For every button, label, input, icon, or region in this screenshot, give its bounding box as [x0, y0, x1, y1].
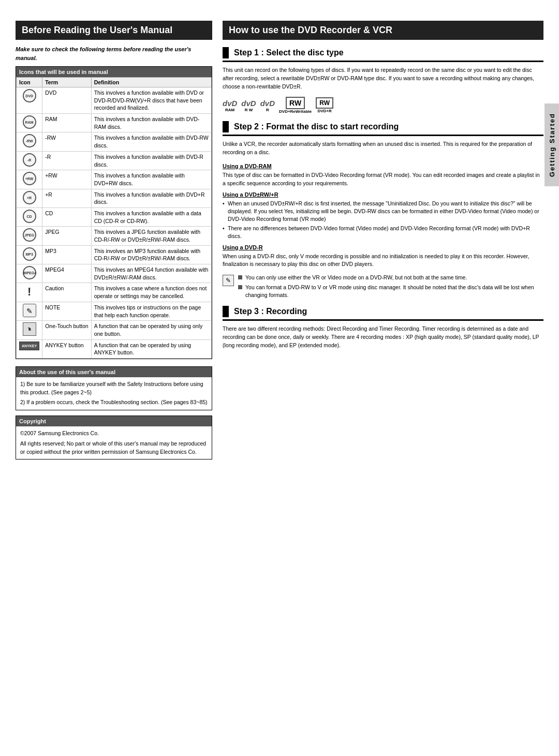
- step3-title: Step 3 : Recording: [223, 306, 543, 321]
- disc-icons-row: dvD RAM dvD R W dvD R RW DVD+ReWritable: [223, 97, 543, 114]
- table-row: DVDDVDThis involves a function available…: [17, 87, 212, 114]
- table-row: JPEGJPEGThis involves a JPEG function av…: [17, 227, 212, 245]
- onetouch-icon: 🖱: [23, 322, 36, 336]
- about-box: About the use of this user's manual 1) B…: [16, 366, 212, 410]
- disc-icon: RAM: [23, 115, 36, 129]
- side-tab: Getting Started: [545, 103, 559, 186]
- about-content: 1) Be sure to be familiarize yourself wi…: [16, 377, 212, 410]
- table-row: -RW-RWThis involves a function available…: [17, 132, 212, 151]
- term-cell: RAM: [42, 114, 91, 132]
- table-row: CDCDThis involves a function available w…: [17, 207, 212, 226]
- icon-cell: !: [17, 283, 42, 302]
- copyright-box: Copyright ©2007 Samsung Electronics Co. …: [16, 416, 212, 459]
- table-row: +R+RThis involves a function available w…: [17, 189, 212, 207]
- copyright-header: Copyright: [16, 416, 212, 426]
- copyright-content: ©2007 Samsung Electronics Co. All rights…: [16, 426, 212, 459]
- using-dvd-ram-title: Using a DVD-RAM: [223, 163, 543, 169]
- icon-cell: +RW: [17, 170, 42, 189]
- disc-icon: JPEG: [23, 228, 36, 242]
- term-cell: One-Touch button: [42, 321, 91, 339]
- table-row: ✎NOTEThis involves tips or instructions …: [17, 302, 212, 320]
- note-block: ✎ You can only use either the VR or Vide…: [223, 274, 543, 301]
- note-icon-sym: ✎: [23, 304, 36, 317]
- col-definition: Definition: [91, 78, 211, 87]
- using-dvd-rw-title: Using a DVD±RW/+R: [223, 191, 543, 198]
- disc-icon: MPEG4: [23, 266, 36, 279]
- disc-icon: MP3: [23, 247, 36, 261]
- definition-cell: This involves a function available with …: [91, 170, 211, 189]
- step2-marker: [223, 121, 229, 132]
- note-icon-container: ✎: [223, 274, 234, 301]
- left-subtitle: Make sure to check the following terms b…: [16, 45, 212, 62]
- definition-cell: This involves tips or instructions on th…: [91, 302, 211, 320]
- icon-cell: RAM: [17, 114, 42, 132]
- step1-body: This unit can record on the following ty…: [223, 66, 543, 91]
- col-term: Term: [42, 78, 91, 87]
- table-row: -R-RThis involves a function available w…: [17, 151, 212, 170]
- note-text: You can only use either the VR or Video …: [238, 274, 543, 301]
- definition-cell: A function that can be operated by using…: [91, 339, 211, 358]
- col-icon: Icon: [17, 78, 42, 87]
- about-item-1: 1) Be sure to be familiarize yourself wi…: [20, 380, 208, 397]
- icons-table-header: Icons that will be used in manual: [16, 67, 212, 77]
- disc-icon: CD: [23, 210, 36, 223]
- definition-cell: This involves an MPEG4 function availabl…: [91, 264, 211, 283]
- disc-icon: DVD: [23, 89, 36, 102]
- term-cell: +R: [42, 189, 91, 207]
- icon-cell: -R: [17, 151, 42, 170]
- step1-marker: [223, 47, 229, 58]
- right-column: How to use the DVD Recorder & VCR Step 1…: [223, 21, 543, 740]
- using-dvd-rw-bullets: When an unused DVD±RW/+R disc is first i…: [223, 200, 543, 240]
- definition-cell: A function that can be operated by using…: [91, 321, 211, 339]
- icon-cell: 🖱: [17, 321, 42, 339]
- step3-marker: [223, 306, 229, 317]
- page: Before Reading the User's Manual Make su…: [0, 0, 559, 756]
- left-title: Before Reading the User's Manual: [16, 21, 212, 40]
- disc-dvd-plus-r: RW DVD+R: [316, 97, 333, 113]
- definition-cell: This involves a function available with …: [91, 132, 211, 151]
- table-row: ANYKEYANYKEY buttonA function that can b…: [17, 339, 212, 358]
- disc-dvd-ram: dvD RAM: [223, 99, 237, 112]
- term-cell: Caution: [42, 283, 91, 302]
- icon-cell: MP3: [17, 245, 42, 264]
- disc-icon: +R: [23, 191, 36, 204]
- note-icon: ✎: [223, 275, 234, 286]
- term-cell: +RW: [42, 170, 91, 189]
- table-row: MP3MP3This involves an MP3 function avai…: [17, 245, 212, 264]
- note-items: You can only use either the VR or Video …: [238, 274, 543, 299]
- step1-title: Step 1 : Select the disc type: [223, 47, 543, 62]
- icon-cell: CD: [17, 207, 42, 226]
- icon-cell: +R: [17, 189, 42, 207]
- square-bullet: [238, 275, 242, 279]
- definition-cell: This involves a function available with …: [91, 151, 211, 170]
- icon-cell: MPEG4: [17, 264, 42, 283]
- square-bullet: [238, 285, 242, 289]
- copyright-line1: ©2007 Samsung Electronics Co.: [20, 429, 208, 438]
- right-title: How to use the DVD Recorder & VCR: [223, 21, 543, 40]
- about-header: About the use of this user's manual: [16, 367, 212, 377]
- term-cell: MP3: [42, 245, 91, 264]
- using-dvd-r-body: When using a DVD-R disc, only V mode rec…: [223, 253, 543, 269]
- left-column: Before Reading the User's Manual Make su…: [16, 21, 212, 740]
- anykey-icon: ANYKEY: [19, 342, 39, 351]
- step2-body: Unlike a VCR, the recorder automatically…: [223, 140, 543, 157]
- definition-cell: This involves a function available with …: [91, 207, 211, 226]
- rw-box-plusr: RW: [316, 97, 333, 109]
- table-row: MPEG4MPEG4This involves an MPEG4 functio…: [17, 264, 212, 283]
- icon-cell: DVD: [17, 87, 42, 114]
- caution-icon: !: [24, 285, 35, 299]
- bullet-item: When an unused DVD±RW/+R disc is first i…: [223, 200, 543, 223]
- step2-title: Step 2 : Format the disc to start record…: [223, 121, 543, 136]
- rw-box-rewritable: RW: [286, 97, 305, 109]
- term-cell: DVD: [42, 87, 91, 114]
- definition-cell: This involves a case where a function do…: [91, 283, 211, 302]
- term-cell: NOTE: [42, 302, 91, 320]
- note-item: You can format a DVD-RW to V or VR mode …: [238, 284, 543, 299]
- term-cell: MPEG4: [42, 264, 91, 283]
- icons-table-wrapper: Icons that will be used in manual Icon T…: [16, 66, 212, 359]
- table-row: !CautionThis involves a case where a fun…: [17, 283, 212, 302]
- term-cell: ANYKEY button: [42, 339, 91, 358]
- icon-cell: JPEG: [17, 227, 42, 245]
- icons-table: Icon Term Definition DVDDVDThis involves…: [16, 77, 212, 359]
- definition-cell: This involves a function available with …: [91, 189, 211, 207]
